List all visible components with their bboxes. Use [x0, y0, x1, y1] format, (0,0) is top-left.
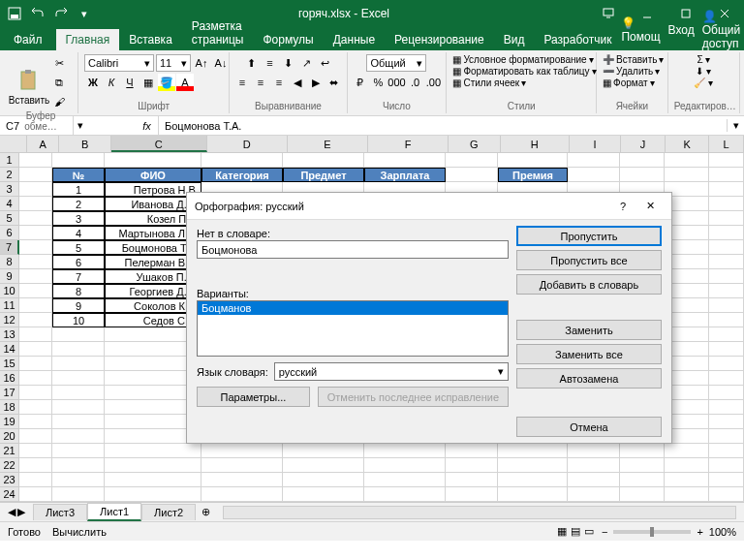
cell[interactable]	[709, 429, 744, 444]
add-dict-button[interactable]: Добавить в словарь	[516, 274, 662, 295]
cell[interactable]	[446, 473, 498, 487]
format-table-button[interactable]: ▦ Форматировать как таблицу ▾	[452, 66, 596, 77]
row-header[interactable]: 1	[0, 153, 19, 168]
row-header[interactable]: 13	[0, 327, 19, 342]
cell[interactable]	[105, 153, 202, 168]
row-header[interactable]: 12	[0, 313, 19, 327]
zoom-out-icon[interactable]: −	[602, 526, 607, 538]
row-header[interactable]: 22	[0, 458, 19, 473]
row-header[interactable]: 19	[0, 415, 19, 429]
redo-icon[interactable]	[50, 3, 72, 24]
column-header[interactable]: K	[666, 136, 710, 152]
cell[interactable]	[283, 458, 364, 473]
cell[interactable]	[446, 168, 498, 182]
decrease-font-icon[interactable]: A↓	[212, 54, 230, 72]
cell[interactable]	[665, 153, 709, 168]
cell-styles-button[interactable]: ▦ Стили ячеек ▾	[452, 78, 526, 88]
formula-expand-icon[interactable]: ▾	[727, 119, 744, 132]
cell[interactable]	[19, 255, 52, 269]
cell[interactable]	[665, 458, 709, 473]
cell[interactable]	[52, 327, 105, 342]
column-header[interactable]: H	[501, 136, 570, 152]
cell[interactable]	[709, 473, 744, 487]
cell[interactable]	[568, 473, 620, 487]
zoom-level[interactable]: 100%	[709, 526, 736, 538]
cell[interactable]: ФИО	[105, 168, 202, 182]
cell[interactable]: Предмет	[283, 168, 364, 182]
cell[interactable]: 5	[52, 240, 105, 255]
fill-color-icon[interactable]: 🪣	[158, 74, 175, 91]
variants-list[interactable]: Боцманов	[197, 300, 509, 357]
delete-cells-button[interactable]: ➖ Удалить ▾	[603, 66, 660, 77]
cut-icon[interactable]: ✂	[50, 54, 68, 72]
paste-button[interactable]: Вставить	[10, 59, 48, 106]
align-right-icon[interactable]: ≡	[270, 74, 288, 91]
cell[interactable]	[446, 458, 498, 473]
cell[interactable]	[19, 386, 52, 400]
align-top-icon[interactable]: ⬆	[242, 54, 260, 72]
save-icon[interactable]	[4, 3, 25, 24]
cell[interactable]	[665, 444, 709, 458]
cell[interactable]: 6	[52, 255, 105, 269]
row-header[interactable]: 11	[0, 298, 19, 313]
format-cells-button[interactable]: ▦ Формат ▾	[603, 78, 655, 88]
cell[interactable]	[709, 400, 744, 415]
row-header[interactable]: 7	[0, 240, 19, 255]
wrap-text-icon[interactable]: ↩	[316, 54, 333, 72]
cell[interactable]	[568, 487, 620, 502]
cell[interactable]	[19, 240, 52, 255]
cell[interactable]	[52, 473, 105, 487]
cell[interactable]	[19, 342, 52, 357]
cell[interactable]	[665, 473, 709, 487]
cell[interactable]	[105, 473, 202, 487]
cell[interactable]	[19, 168, 52, 182]
cell[interactable]	[52, 487, 105, 502]
cell[interactable]	[283, 487, 364, 502]
tab-home[interactable]: Главная	[56, 29, 120, 50]
options-button[interactable]: Параметры...	[197, 387, 310, 407]
italic-icon[interactable]: К	[103, 74, 120, 91]
row-header[interactable]: 10	[0, 284, 19, 298]
row-header[interactable]: 2	[0, 168, 19, 182]
cell[interactable]	[498, 444, 568, 458]
cell[interactable]	[52, 444, 105, 458]
skip-button[interactable]: Пропустить	[516, 226, 662, 246]
tab-review[interactable]: Рецензирование	[385, 29, 494, 50]
cell[interactable]	[620, 473, 665, 487]
add-sheet-icon[interactable]: ⊕	[196, 506, 215, 518]
cell[interactable]	[709, 211, 744, 226]
conditional-format-button[interactable]: ▦ Условное форматирование ▾	[452, 54, 593, 65]
cell[interactable]	[283, 444, 364, 458]
cell[interactable]	[364, 444, 446, 458]
cancel-button[interactable]: Отмена	[516, 417, 662, 437]
indent-dec-icon[interactable]: ◀	[289, 74, 306, 91]
formula-input[interactable]: Боцмонова Т.А.	[159, 120, 727, 132]
tab-file[interactable]: Файл	[0, 29, 56, 50]
underline-icon[interactable]: Ч	[121, 74, 139, 91]
share-button[interactable]: 👤 Общий доступ	[702, 10, 741, 50]
comma-icon[interactable]: 000	[388, 74, 405, 91]
row-header[interactable]: 23	[0, 473, 19, 487]
format-painter-icon[interactable]: 🖌	[50, 93, 68, 110]
tab-layout[interactable]: Разметка страницы	[182, 16, 254, 50]
cell[interactable]	[498, 473, 568, 487]
cell[interactable]	[709, 487, 744, 502]
increase-font-icon[interactable]: A↑	[193, 54, 210, 72]
cell[interactable]: Зарплата	[364, 168, 446, 182]
align-center-icon[interactable]: ≡	[252, 74, 269, 91]
replace-all-button[interactable]: Заменить все	[516, 344, 662, 364]
help-icon[interactable]: 💡 Помощ	[621, 16, 660, 44]
cell[interactable]	[105, 444, 202, 458]
cell[interactable]	[52, 415, 105, 429]
row-header[interactable]: 20	[0, 429, 19, 444]
column-header[interactable]: G	[449, 136, 500, 152]
cell[interactable]	[52, 400, 105, 415]
cell[interactable]	[52, 371, 105, 386]
column-header[interactable]: I	[570, 136, 621, 152]
login-label[interactable]: Вход	[668, 23, 695, 37]
cell[interactable]	[19, 327, 52, 342]
cell[interactable]	[709, 255, 744, 269]
dialog-close-icon[interactable]: ✕	[636, 195, 664, 218]
border-icon[interactable]: ▦	[140, 74, 157, 91]
bold-icon[interactable]: Ж	[84, 74, 102, 91]
